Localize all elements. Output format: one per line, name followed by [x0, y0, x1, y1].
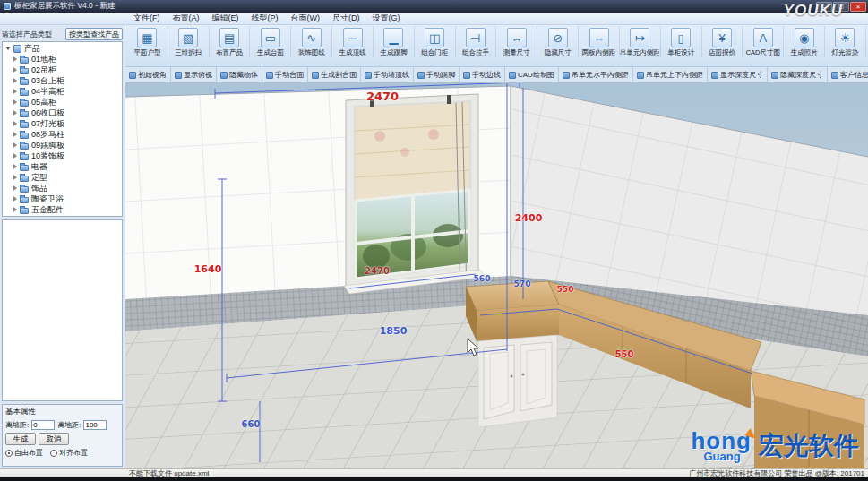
toolbar-button[interactable]: 吊单元上下内侧距: [633, 67, 708, 82]
expander-icon[interactable]: [13, 207, 17, 212]
toolbar-button[interactable]: ▤ 布置产品: [210, 26, 251, 57]
tree-item[interactable]: 10装饰板: [4, 150, 121, 161]
toolbar-button[interactable]: CAD绘制图: [505, 67, 559, 82]
tree-item[interactable]: 01地柜: [4, 54, 121, 64]
logo-text-en-bottom: Guang: [703, 451, 752, 461]
expander-icon[interactable]: [13, 132, 17, 137]
tree-item[interactable]: 08罗马柱: [4, 129, 121, 140]
wall-distance-input[interactable]: [31, 420, 55, 430]
product-tree[interactable]: 产品 01地柜 02吊柜: [2, 41, 123, 217]
menu-item[interactable]: 设置(G): [366, 13, 407, 24]
toolbar-button[interactable]: ◉ 生成照片: [784, 26, 825, 57]
toolbar-button[interactable]: ⊘ 隐藏尺寸: [537, 26, 579, 57]
folder-icon: [20, 208, 29, 214]
toolbar-button[interactable]: 隐藏物体: [217, 67, 262, 82]
find-by-type-button[interactable]: 按类型查找产品: [65, 28, 123, 40]
tree-item[interactable]: 03台上柜: [4, 75, 121, 86]
base-cabinets[interactable]: [478, 335, 557, 427]
tree-item[interactable]: 04半高柜: [4, 86, 121, 97]
toolbar-button-label: 店面报价: [709, 48, 735, 57]
tree-item[interactable]: 电器: [4, 161, 121, 172]
expander-icon[interactable]: [13, 142, 17, 148]
cut-countertop-icon: [312, 72, 319, 79]
floor-distance-label: 离地距:: [57, 420, 81, 430]
free-layout-label: 自由布置: [14, 448, 43, 458]
toolbar-button[interactable]: 手动踢脚: [414, 67, 460, 82]
expander-icon[interactable]: [5, 47, 11, 50]
toolbar-button[interactable]: ☀ 灯光渲染: [825, 26, 866, 57]
toolbar-button-label: 隐藏物体: [229, 70, 258, 80]
expander-icon[interactable]: [13, 89, 17, 94]
tree-item[interactable]: 定型: [4, 172, 121, 183]
floor-distance-input[interactable]: [83, 420, 107, 430]
tree-item[interactable]: 06收口板: [4, 107, 121, 118]
menu-item[interactable]: 文件(F): [127, 13, 167, 24]
menu-item[interactable]: 编辑(E): [206, 13, 245, 24]
free-layout-radio[interactable]: 自由布置: [5, 448, 43, 458]
tree-item[interactable]: 陶瓷卫浴: [4, 193, 121, 204]
generate-button[interactable]: 生成: [5, 433, 36, 445]
expander-icon[interactable]: [13, 121, 17, 126]
app-icon: [4, 3, 11, 10]
expander-icon[interactable]: [13, 185, 17, 191]
toolbar-button[interactable]: 显示深度尺寸: [708, 67, 768, 82]
menu-item[interactable]: 线型(P): [245, 13, 285, 24]
viewport-3d[interactable]: 24702400164024705605705501850550660 hong…: [125, 83, 868, 468]
toolbar-button[interactable]: 客户信息: [828, 67, 868, 82]
expander-icon[interactable]: [13, 78, 17, 83]
layout-mode-row: 自由布置 对齐布置: [5, 448, 119, 458]
toolbar-button[interactable]: ─ 生成顶线: [332, 26, 374, 57]
toolbar-button[interactable]: ↦ 吊单元内侧距: [620, 26, 661, 57]
expander-icon[interactable]: [13, 164, 17, 169]
3d-scene[interactable]: [125, 83, 868, 468]
expander-icon[interactable]: [13, 196, 17, 202]
tree-item[interactable]: 07灯光板: [4, 118, 121, 129]
expander-icon[interactable]: [13, 110, 17, 116]
expander-icon[interactable]: [13, 153, 17, 159]
toolbar-button[interactable]: 吊单元水平内侧距: [559, 67, 633, 82]
toolbar-button[interactable]: ⇔ 两板内侧距: [579, 26, 620, 57]
window[interactable]: [344, 94, 486, 298]
toolbar-button[interactable]: ▯ 单柜设计: [661, 26, 702, 57]
toolbar-button[interactable]: ▧ 三维拆扫: [168, 26, 210, 57]
tree-item[interactable]: 饰品: [4, 183, 121, 193]
door-combo-icon: ◫: [425, 28, 444, 47]
toolbar-button[interactable]: ⊣ 组合拉手: [456, 26, 497, 57]
toolbar-button[interactable]: ∿ 装饰图线: [291, 26, 332, 57]
toolbar-button[interactable]: 手动边线: [460, 67, 505, 82]
toolbar-button[interactable]: A CAD尺寸图: [743, 26, 784, 57]
product-list-panel[interactable]: [2, 219, 123, 401]
menu-item[interactable]: 台面(W): [285, 13, 327, 24]
toolbar-secondary: 初始视角 显示俯视 隐藏物体 手动台面: [125, 67, 868, 83]
tree-item-list: 01地柜 02吊柜 03台上柜: [4, 54, 121, 217]
tree-item[interactable]: 09踢脚板: [4, 140, 121, 150]
toolbar-button[interactable]: ↔ 测量尺寸: [496, 26, 537, 57]
tree-root[interactable]: 产品: [4, 43, 121, 54]
expander-icon[interactable]: [13, 56, 17, 62]
tree-item[interactable]: 五金配件: [4, 204, 121, 215]
tree-item[interactable]: 05高柜: [4, 97, 121, 107]
logo-text-cn: 宏光软件: [759, 429, 859, 463]
toolbar-button[interactable]: 生成割台面: [308, 67, 361, 82]
toolbar-button[interactable]: 初始视角: [125, 67, 171, 82]
tree-item[interactable]: 02吊柜: [4, 64, 121, 75]
menu-item[interactable]: 布置(A): [167, 13, 206, 24]
toolbar-button[interactable]: ▦ 平面户型: [127, 26, 168, 57]
toolbar-button[interactable]: ¥ 店面报价: [702, 26, 743, 57]
expander-icon[interactable]: [13, 99, 17, 105]
toolbar-button[interactable]: 隐藏深度尺寸: [768, 67, 828, 82]
toolbar-button[interactable]: 显示俯视: [171, 67, 217, 82]
toolbar-button[interactable]: ◫ 组合门柜: [415, 26, 456, 57]
toolbar-button[interactable]: ▭ 生成台面: [250, 26, 291, 57]
titlebar[interactable]: 橱柜家居展示软件 V4.0 - 新建 – □ ×: [0, 0, 868, 13]
align-layout-radio[interactable]: 对齐布置: [50, 448, 88, 458]
menu-item[interactable]: 尺寸(D): [326, 13, 366, 24]
toolbar-button[interactable]: 手动台面: [262, 67, 308, 82]
cancel-button[interactable]: 取消: [39, 433, 69, 445]
expander-icon[interactable]: [13, 67, 17, 73]
toolbar-button[interactable]: ▁ 生成踢脚: [374, 26, 415, 57]
close-button[interactable]: ×: [850, 2, 866, 12]
expander-icon[interactable]: [13, 175, 17, 180]
toolbar-button[interactable]: 手动墙顶线: [361, 67, 414, 82]
folder-icon: [20, 176, 29, 182]
